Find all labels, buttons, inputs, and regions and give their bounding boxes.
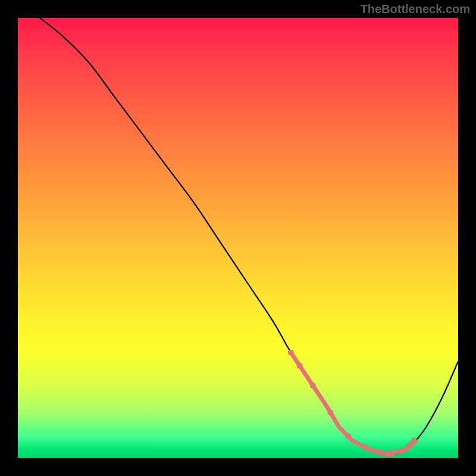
- chart-svg: [18, 18, 458, 458]
- optimal-range-dot: [297, 363, 303, 369]
- bottleneck-curve-line: [18, 18, 458, 454]
- plot-area: [18, 18, 458, 458]
- optimal-range-dot: [398, 447, 404, 453]
- watermark-text: TheBottleneck.com: [361, 2, 470, 16]
- optimal-range-dot: [345, 433, 351, 439]
- optimal-range-dot: [411, 437, 417, 443]
- optimal-range-dot: [385, 451, 391, 457]
- optimal-range-dot: [363, 444, 369, 450]
- optimal-range-dot: [310, 383, 316, 389]
- optimal-range-dot: [376, 449, 382, 455]
- optimal-range-dot: [407, 442, 413, 448]
- optimal-range-dot: [327, 410, 333, 416]
- optimal-range-markers: [288, 349, 417, 456]
- optimal-range-line: [291, 352, 414, 453]
- optimal-range-dot: [288, 349, 294, 355]
